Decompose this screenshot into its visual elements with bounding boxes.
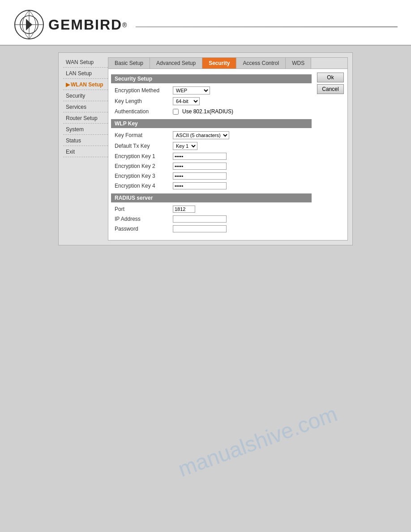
enc-key4-control [173,182,227,189]
page-header: GEMBIRD® [0,0,411,46]
panel-body: Ok Cancel Security Setup Encryption Meth… [108,69,347,240]
watermark: manualshive.com [175,401,341,481]
gembird-logo-icon [13,9,45,40]
ok-button[interactable]: Ok [317,73,344,82]
logo-area: GEMBIRD® [13,9,127,40]
key-format-control: ASCII (5 characters) HEX (10 characters) [173,131,229,139]
enc-key3-row: Encryption Key 3 [111,171,312,181]
enc-key2-input[interactable] [173,163,227,170]
main-panel: Basic Setup Advanced Setup Security Acce… [108,57,348,240]
enc-key1-label: Encryption Key 1 [115,153,173,159]
authentication-checkbox-label: Use 802.1x(RADIUS) [182,108,233,115]
sidebar-item-wlan-setup[interactable]: ▶WLAN Setup [63,80,108,90]
encryption-method-label: Encryption Methed [115,87,173,94]
password-label: Password [115,226,173,232]
router-ui-frame: WAN Setup LAN Setup ▶WLAN Setup Security… [58,52,353,245]
enc-key2-row: Encryption Key 2 [111,161,312,171]
password-input[interactable] [173,225,227,232]
security-setup-header: Security Setup [111,74,312,83]
sidebar-item-status[interactable]: Status [63,136,108,146]
action-buttons: Ok Cancel [317,73,344,96]
tab-wds[interactable]: WDS [286,58,311,69]
sidebar-arrow-icon: ▶ [66,82,70,88]
authentication-control: Use 802.1x(RADIUS) [173,108,233,115]
password-control [173,225,227,232]
sidebar-item-lan-setup[interactable]: LAN Setup [63,69,108,79]
key-format-label: Key Format [115,132,173,138]
enc-key2-control [173,163,227,170]
logo-brand: GEMBIRD® [48,17,127,33]
radius-server-header: RADIUS server [111,193,312,202]
header-divider [136,26,398,27]
tab-bar: Basic Setup Advanced Setup Security Acce… [108,58,347,69]
sidebar-item-router-setup[interactable]: Router Setup [63,113,108,124]
key-length-label: Key Length [115,98,173,104]
sidebar-item-services[interactable]: Services [63,102,108,112]
cancel-button[interactable]: Cancel [317,84,344,94]
sidebar-item-exit[interactable]: Exit [63,147,108,157]
enc-key4-row: Encryption Key 4 [111,181,312,191]
ip-address-input[interactable] [173,215,227,223]
authentication-checkbox[interactable] [173,109,179,115]
enc-key1-row: Encryption Key 1 [111,151,312,161]
sidebar-item-wan-setup[interactable]: WAN Setup [63,57,108,68]
tab-basic-setup[interactable]: Basic Setup [108,58,150,69]
ip-address-label: IP Address [115,216,173,222]
key-length-row: Key Length 64-bit 128-bit [111,96,312,107]
authentication-label: Authentication [115,108,173,115]
authentication-row: Authentication Use 802.1x(RADIUS) [111,107,312,116]
port-label: Port [115,206,173,212]
key-format-select[interactable]: ASCII (5 characters) HEX (10 characters) [173,131,229,139]
enc-key1-control [173,153,227,160]
default-tx-key-select[interactable]: Key 1 Key 2 Key 3 Key 4 [173,142,197,150]
enc-key3-input[interactable] [173,172,227,180]
enc-key1-input[interactable] [173,153,227,160]
encryption-method-row: Encryption Methed None WEP WPA-PSK WPA2-… [111,85,312,96]
ip-address-control [173,215,227,223]
encryption-method-control: None WEP WPA-PSK WPA2-PSK [173,86,210,94]
port-input[interactable] [173,206,195,213]
tab-advanced-setup[interactable]: Advanced Setup [150,58,202,69]
default-tx-key-row: Default Tx Key Key 1 Key 2 Key 3 Key 4 [111,141,312,151]
key-length-select[interactable]: 64-bit 128-bit [173,97,200,105]
sidebar-item-security[interactable]: Security [63,91,108,101]
sidebar-item-system[interactable]: System [63,124,108,135]
key-length-control: 64-bit 128-bit [173,97,200,105]
wlp-key-header: WLP Key [111,119,312,128]
port-control [173,206,195,213]
enc-key4-input[interactable] [173,182,227,189]
ip-address-row: IP Address [111,214,312,224]
default-tx-key-control: Key 1 Key 2 Key 3 Key 4 [173,142,197,150]
enc-key3-control [173,172,227,180]
key-format-row: Key Format ASCII (5 characters) HEX (10 … [111,130,312,141]
sidebar: WAN Setup LAN Setup ▶WLAN Setup Security… [59,53,108,245]
tab-access-control[interactable]: Access Control [236,58,286,69]
password-row: Password [111,224,312,234]
encryption-method-select[interactable]: None WEP WPA-PSK WPA2-PSK [173,86,210,94]
enc-key3-label: Encryption Key 3 [115,173,173,179]
port-row: Port [111,204,312,214]
tab-security[interactable]: Security [202,58,236,69]
enc-key4-label: Encryption Key 4 [115,183,173,189]
default-tx-key-label: Default Tx Key [115,143,173,149]
enc-key2-label: Encryption Key 2 [115,163,173,169]
